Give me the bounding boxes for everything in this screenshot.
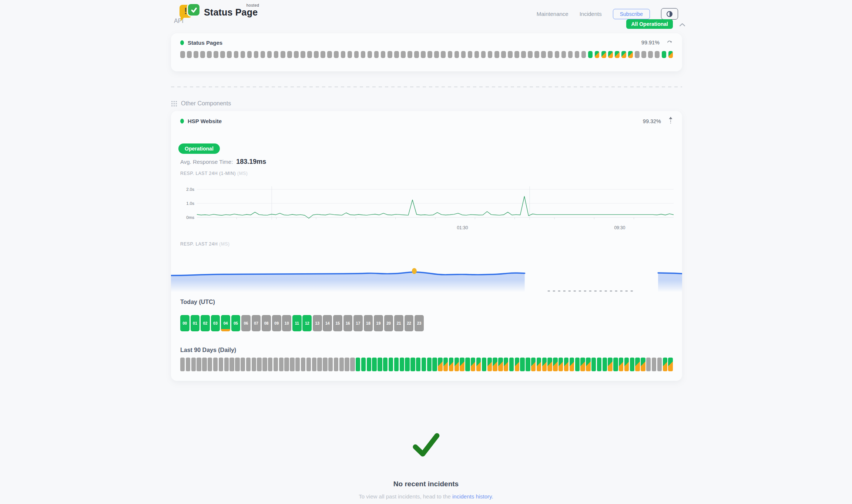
hour-block-15[interactable]: 15	[333, 315, 342, 331]
daily-uptime-bar[interactable]	[504, 358, 508, 371]
uptime-bar[interactable]	[448, 51, 453, 58]
hour-block-16[interactable]: 16	[343, 315, 353, 331]
daily-uptime-bar[interactable]	[284, 358, 289, 371]
daily-uptime-bar[interactable]	[229, 358, 234, 371]
daily-uptime-bar[interactable]	[224, 358, 229, 371]
daily-uptime-bar[interactable]	[652, 358, 656, 371]
uptime-bar[interactable]	[621, 51, 626, 58]
hour-block-23[interactable]: 23	[415, 315, 424, 331]
refresh-icon[interactable]	[667, 39, 673, 46]
uptime-bar[interactable]	[214, 51, 218, 58]
daily-uptime-bar[interactable]	[553, 358, 557, 371]
uptime-bar[interactable]	[528, 51, 533, 58]
uptime-bar[interactable]	[281, 51, 285, 58]
daily-uptime-bar[interactable]	[405, 358, 409, 371]
hour-block-00[interactable]: 00	[180, 315, 189, 331]
daily-uptime-bar[interactable]	[213, 358, 218, 371]
uptime-bar[interactable]	[407, 51, 412, 58]
hour-block-22[interactable]: 22	[405, 315, 414, 331]
daily-uptime-bar[interactable]	[564, 358, 568, 371]
daily-uptime-bar[interactable]	[537, 358, 541, 371]
uptime-bar[interactable]	[348, 51, 352, 58]
uptime-bar[interactable]	[441, 51, 446, 58]
uptime-bar[interactable]	[394, 51, 399, 58]
uptime-bar[interactable]	[541, 51, 546, 58]
daily-uptime-bar[interactable]	[580, 358, 585, 371]
hour-block-21[interactable]: 21	[394, 315, 403, 331]
daily-uptime-bar[interactable]	[460, 358, 464, 371]
uptime-bar[interactable]	[581, 51, 586, 58]
uptime-bar[interactable]	[648, 51, 653, 58]
daily-uptime-bar[interactable]	[526, 358, 530, 371]
uptime-bar[interactable]	[641, 51, 646, 58]
uptime-bar[interactable]	[314, 51, 319, 58]
daily-uptime-bar[interactable]	[180, 358, 185, 371]
hour-block-02[interactable]: 02	[201, 315, 210, 331]
uptime-bar[interactable]	[414, 51, 419, 58]
uptime-bar[interactable]	[568, 51, 573, 58]
daily-uptime-bar[interactable]	[339, 358, 344, 371]
hour-block-20[interactable]: 20	[384, 315, 393, 331]
uptime-bar[interactable]	[267, 51, 272, 58]
hour-block-04[interactable]: 04	[221, 315, 230, 331]
daily-uptime-bar[interactable]	[646, 358, 651, 371]
uptime-bar[interactable]	[381, 51, 386, 58]
daily-uptime-bar[interactable]	[597, 358, 601, 371]
hour-block-10[interactable]: 10	[282, 315, 291, 331]
uptime-bar[interactable]	[241, 51, 245, 58]
daily-uptime-bar[interactable]	[257, 358, 261, 371]
daily-uptime-bar[interactable]	[323, 358, 327, 371]
daily-uptime-bar[interactable]	[279, 358, 284, 371]
daily-uptime-bar[interactable]	[372, 358, 376, 371]
daily-uptime-bar[interactable]	[624, 358, 629, 371]
hour-block-07[interactable]: 07	[252, 315, 261, 331]
uptime-bar[interactable]	[254, 51, 259, 58]
daily-uptime-bar[interactable]	[301, 358, 305, 371]
uptime-bar[interactable]	[334, 51, 339, 58]
daily-uptime-bar[interactable]	[542, 358, 547, 371]
uptime-bar[interactable]	[514, 51, 519, 58]
daily-uptime-bar[interactable]	[246, 358, 251, 371]
hour-block-01[interactable]: 01	[191, 315, 200, 331]
daily-uptime-bar[interactable]	[350, 358, 355, 371]
daily-uptime-bar[interactable]	[252, 358, 256, 371]
daily-uptime-bar[interactable]	[383, 358, 388, 371]
uptime-bar[interactable]	[294, 51, 299, 58]
daily-uptime-bar[interactable]	[586, 358, 590, 371]
uptime-bar[interactable]	[421, 51, 426, 58]
uptime-bar[interactable]	[321, 51, 325, 58]
daily-uptime-bar[interactable]	[449, 358, 453, 371]
uptime-bar[interactable]	[327, 51, 332, 58]
uptime-bar[interactable]	[427, 51, 432, 58]
nav-link-maintenance[interactable]: Maintenance	[537, 11, 568, 17]
uptime-bar[interactable]	[434, 51, 439, 58]
daily-uptime-bar[interactable]	[531, 358, 536, 371]
uptime-bar[interactable]	[401, 51, 406, 58]
uptime-bar[interactable]	[481, 51, 486, 58]
subscribe-button[interactable]: Subscribe	[613, 9, 650, 19]
uptime-bar[interactable]	[341, 51, 346, 58]
uptime-bar[interactable]	[595, 51, 600, 58]
uptime-bar[interactable]	[468, 51, 473, 58]
daily-uptime-bar[interactable]	[471, 358, 475, 371]
daily-uptime-bar[interactable]	[186, 358, 190, 371]
uptime-bar[interactable]	[588, 51, 593, 58]
daily-uptime-bar[interactable]	[570, 358, 574, 371]
uptime-bar[interactable]	[521, 51, 526, 58]
daily-uptime-bar[interactable]	[306, 358, 311, 371]
uptime-bar[interactable]	[180, 51, 185, 58]
uptime-bar[interactable]	[635, 51, 640, 58]
daily-uptime-bar[interactable]	[657, 358, 662, 371]
daily-uptime-bar[interactable]	[465, 358, 470, 371]
incidents-history-link[interactable]: incidents history	[452, 493, 492, 500]
daily-uptime-bar[interactable]	[454, 358, 459, 371]
daily-uptime-bar[interactable]	[197, 358, 201, 371]
hour-block-18[interactable]: 18	[364, 315, 373, 331]
uptime-bar[interactable]	[200, 51, 205, 58]
uptime-bar[interactable]	[508, 51, 513, 58]
daily-uptime-bar[interactable]	[295, 358, 300, 371]
uptime-bar[interactable]	[354, 51, 359, 58]
uptime-bar[interactable]	[194, 51, 198, 58]
daily-uptime-bar[interactable]	[668, 358, 672, 371]
daily-uptime-bar[interactable]	[498, 358, 503, 371]
